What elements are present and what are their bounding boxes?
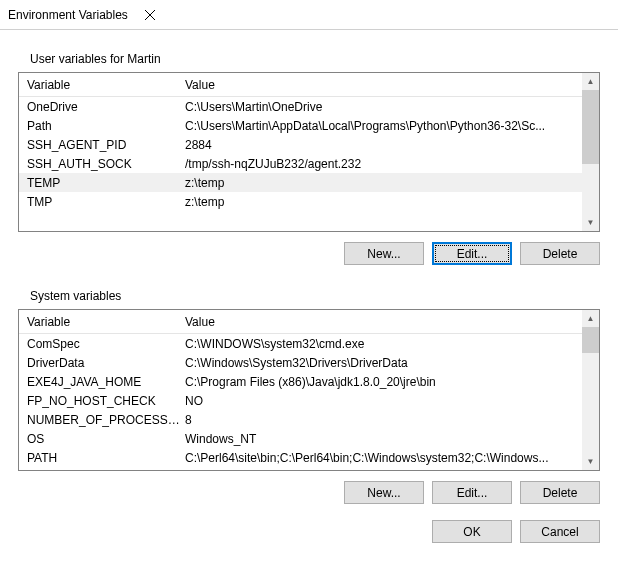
cell-value: 2884 (181, 138, 582, 152)
cell-variable: OneDrive (19, 100, 181, 114)
system-new-button[interactable]: New... (344, 481, 424, 504)
titlebar: Environment Variables (0, 0, 618, 30)
scroll-down-icon[interactable]: ▼ (582, 453, 599, 470)
table-row[interactable]: TMPz:\temp (19, 192, 582, 211)
cell-variable: OS (19, 432, 181, 446)
table-row[interactable]: PathC:\Users\Martin\AppData\Local\Progra… (19, 116, 582, 135)
cell-variable: TMP (19, 195, 181, 209)
table-row[interactable]: SSH_AUTH_SOCK/tmp/ssh-nqZUJuB232/agent.2… (19, 154, 582, 173)
column-header-variable[interactable]: Variable (19, 315, 181, 329)
cell-variable: FP_NO_HOST_CHECK (19, 394, 181, 408)
cell-variable: PATH (19, 451, 181, 465)
scroll-up-icon[interactable]: ▲ (582, 310, 599, 327)
window-title: Environment Variables (8, 8, 128, 22)
table-row[interactable]: NUMBER_OF_PROCESSORS8 (19, 410, 582, 429)
table-row[interactable]: PATHC:\Perl64\site\bin;C:\Perl64\bin;C:\… (19, 448, 582, 467)
cell-value: C:\Users\Martin\OneDrive (181, 100, 582, 114)
cell-variable: NUMBER_OF_PROCESSORS (19, 413, 181, 427)
scrollbar[interactable]: ▲ ▼ (582, 73, 599, 231)
table-row[interactable]: DriverDataC:\Windows\System32\Drivers\Dr… (19, 353, 582, 372)
table-row[interactable]: ComSpecC:\WINDOWS\system32\cmd.exe (19, 334, 582, 353)
cell-variable: SSH_AUTH_SOCK (19, 157, 181, 171)
list-header: Variable Value (19, 73, 582, 97)
cell-value: /tmp/ssh-nqZUJuB232/agent.232 (181, 157, 582, 171)
user-edit-button[interactable]: Edit... (432, 242, 512, 265)
cell-variable: EXE4J_JAVA_HOME (19, 375, 181, 389)
cell-value: C:\Windows\System32\Drivers\DriverData (181, 356, 582, 370)
column-header-value[interactable]: Value (181, 315, 582, 329)
cell-value: C:\WINDOWS\system32\cmd.exe (181, 337, 582, 351)
user-new-button[interactable]: New... (344, 242, 424, 265)
cell-value: C:\Users\Martin\AppData\Local\Programs\P… (181, 119, 582, 133)
system-variables-list[interactable]: Variable Value ComSpecC:\WINDOWS\system3… (18, 309, 600, 471)
scrollbar[interactable]: ▲ ▼ (582, 310, 599, 470)
table-row[interactable]: OSWindows_NT (19, 429, 582, 448)
system-delete-button[interactable]: Delete (520, 481, 600, 504)
cell-value: 8 (181, 413, 582, 427)
cell-value: z:\temp (181, 195, 582, 209)
cancel-button[interactable]: Cancel (520, 520, 600, 543)
close-button[interactable] (128, 0, 173, 30)
user-variables-list[interactable]: Variable Value OneDriveC:\Users\Martin\O… (18, 72, 600, 232)
scroll-up-icon[interactable]: ▲ (582, 73, 599, 90)
table-row[interactable]: EXE4J_JAVA_HOMEC:\Program Files (x86)\Ja… (19, 372, 582, 391)
close-icon (145, 10, 155, 20)
column-header-variable[interactable]: Variable (19, 78, 181, 92)
column-header-value[interactable]: Value (181, 78, 582, 92)
system-edit-button[interactable]: Edit... (432, 481, 512, 504)
cell-variable: TEMP (19, 176, 181, 190)
ok-button[interactable]: OK (432, 520, 512, 543)
list-header: Variable Value (19, 310, 582, 334)
table-row[interactable]: TEMPz:\temp (19, 173, 582, 192)
system-variables-group: System variables Variable Value ComSpecC… (18, 281, 600, 504)
cell-value: Windows_NT (181, 432, 582, 446)
cell-variable: DriverData (19, 356, 181, 370)
scroll-thumb[interactable] (582, 90, 599, 164)
table-row[interactable]: OneDriveC:\Users\Martin\OneDrive (19, 97, 582, 116)
user-variables-group: User variables for Martin Variable Value… (18, 44, 600, 265)
system-variables-label: System variables (26, 289, 125, 303)
cell-value: NO (181, 394, 582, 408)
user-variables-label: User variables for Martin (26, 52, 165, 66)
scroll-thumb[interactable] (582, 327, 599, 353)
scroll-down-icon[interactable]: ▼ (582, 214, 599, 231)
user-delete-button[interactable]: Delete (520, 242, 600, 265)
cell-value: C:\Perl64\site\bin;C:\Perl64\bin;C:\Wind… (181, 451, 582, 465)
table-row[interactable]: FP_NO_HOST_CHECKNO (19, 391, 582, 410)
cell-variable: SSH_AGENT_PID (19, 138, 181, 152)
cell-variable: Path (19, 119, 181, 133)
cell-value: z:\temp (181, 176, 582, 190)
cell-variable: ComSpec (19, 337, 181, 351)
table-row[interactable]: SSH_AGENT_PID2884 (19, 135, 582, 154)
cell-value: C:\Program Files (x86)\Java\jdk1.8.0_20\… (181, 375, 582, 389)
